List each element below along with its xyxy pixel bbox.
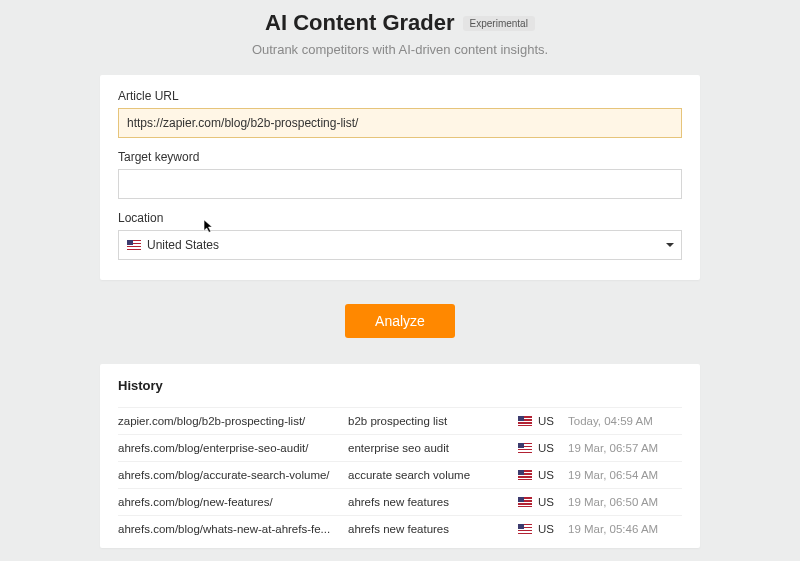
history-row[interactable]: ahrefs.com/blog/new-features/ahrefs new … bbox=[118, 488, 682, 515]
history-keyword: ahrefs new features bbox=[348, 523, 518, 535]
history-location: US bbox=[518, 523, 568, 535]
history-location: US bbox=[518, 442, 568, 454]
experimental-badge: Experimental bbox=[463, 16, 535, 31]
history-url: ahrefs.com/blog/enterprise-seo-audit/ bbox=[118, 442, 348, 454]
history-location: US bbox=[518, 496, 568, 508]
history-time: 19 Mar, 06:57 AM bbox=[568, 442, 682, 454]
target-keyword-label: Target keyword bbox=[118, 150, 682, 164]
history-url: ahrefs.com/blog/accurate-search-volume/ bbox=[118, 469, 348, 481]
history-keyword: ahrefs new features bbox=[348, 496, 518, 508]
us-flag-icon bbox=[518, 524, 532, 534]
history-time: Today, 04:59 AM bbox=[568, 415, 682, 427]
page-subtitle: Outrank competitors with AI-driven conte… bbox=[100, 42, 700, 57]
history-keyword: enterprise seo audit bbox=[348, 442, 518, 454]
article-url-label: Article URL bbox=[118, 89, 682, 103]
history-keyword: b2b prospecting list bbox=[348, 415, 518, 427]
history-row[interactable]: ahrefs.com/blog/accurate-search-volume/a… bbox=[118, 461, 682, 488]
history-url: ahrefs.com/blog/whats-new-at-ahrefs-fe..… bbox=[118, 523, 348, 535]
history-card: History zapier.com/blog/b2b-prospecting-… bbox=[100, 364, 700, 548]
us-flag-icon bbox=[127, 240, 141, 250]
history-row[interactable]: ahrefs.com/blog/whats-new-at-ahrefs-fe..… bbox=[118, 515, 682, 542]
location-value: United States bbox=[147, 238, 219, 252]
history-time: 19 Mar, 06:54 AM bbox=[568, 469, 682, 481]
us-flag-icon bbox=[518, 497, 532, 507]
history-time: 19 Mar, 06:50 AM bbox=[568, 496, 682, 508]
history-title: History bbox=[118, 378, 682, 393]
us-flag-icon bbox=[518, 416, 532, 426]
analyze-button[interactable]: Analyze bbox=[345, 304, 455, 338]
history-list: zapier.com/blog/b2b-prospecting-list/b2b… bbox=[118, 407, 682, 542]
history-time: 19 Mar, 05:46 AM bbox=[568, 523, 682, 535]
us-flag-icon bbox=[518, 443, 532, 453]
location-label: Location bbox=[118, 211, 682, 225]
us-flag-icon bbox=[518, 470, 532, 480]
history-row[interactable]: ahrefs.com/blog/enterprise-seo-audit/ent… bbox=[118, 434, 682, 461]
location-select[interactable]: United States bbox=[118, 230, 682, 260]
page-header: AI Content Grader Experimental Outrank c… bbox=[100, 10, 700, 57]
history-url: ahrefs.com/blog/new-features/ bbox=[118, 496, 348, 508]
history-keyword: accurate search volume bbox=[348, 469, 518, 481]
article-url-input[interactable] bbox=[118, 108, 682, 138]
page-title: AI Content Grader bbox=[265, 10, 454, 36]
history-location: US bbox=[518, 415, 568, 427]
history-row[interactable]: zapier.com/blog/b2b-prospecting-list/b2b… bbox=[118, 407, 682, 434]
form-card: Article URL Target keyword Location Unit… bbox=[100, 75, 700, 280]
chevron-down-icon bbox=[666, 243, 674, 247]
history-url: zapier.com/blog/b2b-prospecting-list/ bbox=[118, 415, 348, 427]
target-keyword-input[interactable] bbox=[118, 169, 682, 199]
history-location: US bbox=[518, 469, 568, 481]
